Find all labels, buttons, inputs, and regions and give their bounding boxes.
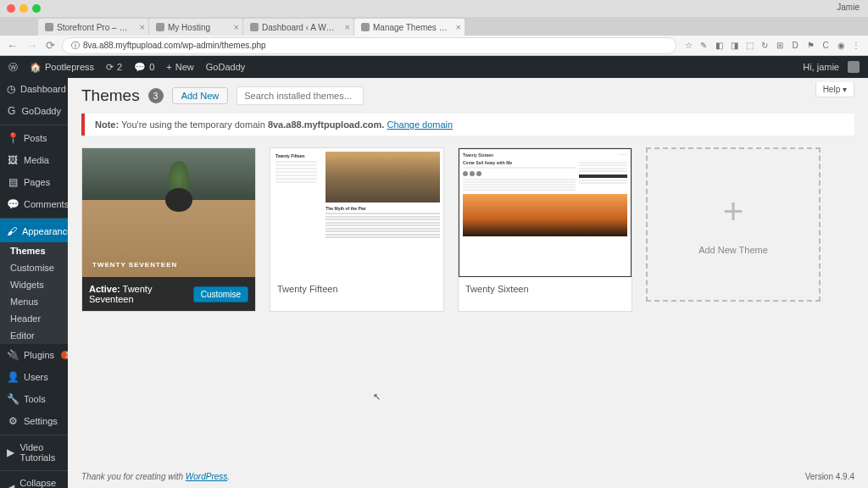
tab-strip: Storefront Pro – easily custom× My Hosti…: [0, 17, 868, 36]
page-title: Themes: [81, 86, 140, 105]
version-label: Version 4.9.4: [805, 472, 854, 481]
customise-button[interactable]: Customise: [193, 286, 248, 302]
ext-icon[interactable]: C: [821, 41, 831, 51]
menu-icon[interactable]: ⋮: [851, 41, 861, 51]
browser-tab[interactable]: My Hosting×: [149, 19, 242, 36]
godaddy-link[interactable]: GoDaddy: [206, 62, 245, 72]
gear-icon: ⚙: [7, 415, 19, 427]
sidebar-item-godaddy[interactable]: GGoDaddy: [0, 100, 68, 122]
avatar[interactable]: [848, 61, 860, 73]
window-minimize[interactable]: [19, 4, 28, 13]
sidebar-item-users[interactable]: 👤Users: [0, 366, 68, 388]
ext-icon[interactable]: ✎: [698, 41, 709, 51]
comments-link[interactable]: 💬 0: [134, 62, 154, 73]
plus-icon: +: [723, 194, 744, 230]
theme-screenshot: TWENTY SEVENTEEN: [82, 148, 255, 277]
browser-tab[interactable]: Storefront Pro – easily custom×: [38, 19, 148, 36]
admin-footer: Thank you for creating with WordPress. V…: [68, 465, 868, 488]
video-icon: ▶: [7, 446, 14, 458]
address-bar[interactable]: ⓘ 8va.a88.myftpupload.com/wp-admin/theme…: [62, 37, 676, 54]
search-input[interactable]: [236, 86, 364, 105]
theme-screenshot: Twenty Fifteen The Myth of the Pier: [270, 148, 443, 277]
pages-icon: ▤: [7, 176, 19, 188]
browser-tab[interactable]: Dashboard ‹ A WordPress Sit×: [243, 19, 353, 36]
sidebar-item-posts[interactable]: 📍Posts: [0, 125, 68, 149]
pin-icon: 📍: [7, 132, 19, 144]
help-tab[interactable]: Help ▾: [815, 82, 854, 97]
plugins-icon: 🔌: [7, 349, 19, 361]
theme-card[interactable]: Twenty Sixteen— — — Come Sail Away with …: [458, 147, 632, 312]
info-icon: ⓘ: [71, 40, 80, 52]
wordpress-link[interactable]: WordPress: [186, 472, 227, 481]
admin-sidebar: ◷Dashboard GGoDaddy 📍Posts 🖼Media ▤Pages…: [0, 78, 68, 488]
close-icon[interactable]: ×: [140, 22, 145, 32]
sidebar-item-plugins[interactable]: 🔌Plugins3: [0, 344, 68, 366]
theme-screenshot: Twenty Sixteen— — — Come Sail Away with …: [459, 148, 632, 277]
dashboard-icon: ◷: [7, 83, 15, 95]
main-content: Help ▾ Themes 3 Add New Note: You're usi…: [68, 78, 868, 488]
collapse-icon: ◀: [7, 482, 14, 488]
updates-link[interactable]: ⟳ 2: [106, 62, 122, 73]
window-maximize[interactable]: [32, 4, 41, 13]
greeting[interactable]: Hi, jamie: [803, 62, 839, 72]
sidebar-collapse[interactable]: ◀Collapse menu: [0, 470, 68, 488]
add-theme-card[interactable]: + Add New Theme: [646, 147, 821, 302]
sidebar-item-pages[interactable]: ▤Pages: [0, 171, 68, 193]
add-new-button[interactable]: Add New: [172, 87, 229, 104]
close-icon[interactable]: ×: [456, 22, 461, 32]
godaddy-icon: G: [7, 105, 17, 117]
forward-icon[interactable]: →: [26, 39, 37, 52]
submenu-widgets[interactable]: Widgets: [0, 276, 68, 293]
change-domain-link[interactable]: Change domain: [387, 119, 453, 130]
browser-profile[interactable]: Jamie: [837, 3, 860, 12]
submenu-customise[interactable]: Customise: [0, 259, 68, 276]
ext-icon[interactable]: ◉: [836, 41, 846, 51]
submenu-themes[interactable]: Themes: [0, 242, 68, 259]
new-link[interactable]: + New: [166, 62, 193, 72]
ext-icon[interactable]: ⬚: [744, 41, 754, 51]
ext-icon[interactable]: D: [790, 41, 800, 51]
sidebar-item-tools[interactable]: 🔧Tools: [0, 388, 68, 410]
users-icon: 👤: [7, 371, 19, 383]
media-icon: 🖼: [7, 154, 19, 166]
theme-card[interactable]: Twenty Fifteen The Myth of the Pier Twen…: [270, 147, 444, 312]
comments-icon: 💬: [7, 198, 19, 210]
back-icon[interactable]: ←: [7, 39, 18, 52]
sidebar-item-dashboard[interactable]: ◷Dashboard: [0, 78, 68, 100]
sidebar-item-appearance[interactable]: 🖌Appearance: [0, 218, 68, 242]
browser-titlebar: Jamie: [0, 0, 868, 17]
site-link[interactable]: 🏠 Pootlepress: [30, 62, 94, 73]
close-icon[interactable]: ×: [234, 22, 239, 32]
wp-logo-icon[interactable]: ⓦ: [8, 61, 18, 74]
wp-admin-bar: ⓦ 🏠 Pootlepress ⟳ 2 💬 0 + New GoDaddy Hi…: [0, 56, 868, 78]
theme-card-active[interactable]: TWENTY SEVENTEEN Active: Twenty Seventee…: [81, 147, 256, 312]
notice-banner: Note: You're using the temporary domain …: [81, 114, 854, 136]
theme-name: Twenty Fifteen: [277, 284, 338, 294]
sidebar-item-media[interactable]: 🖼Media: [0, 149, 68, 171]
sidebar-item-comments[interactable]: 💬Comments: [0, 193, 68, 215]
submenu-menus[interactable]: Menus: [0, 293, 68, 310]
extension-icons: ☆ ✎ ◧ ◨ ⬚ ↻ ⊞ D ⚑ C ◉ ⋮: [683, 41, 861, 51]
cursor-icon: ↖: [373, 391, 381, 402]
ext-icon[interactable]: ⊞: [775, 41, 785, 51]
brush-icon: 🖌: [7, 225, 17, 237]
close-icon[interactable]: ×: [345, 22, 350, 32]
ext-icon[interactable]: ◧: [714, 41, 724, 51]
window-close[interactable]: [7, 4, 15, 13]
submenu-editor[interactable]: Editor: [0, 327, 68, 344]
theme-count: 3: [148, 88, 164, 103]
theme-name: Twenty Sixteen: [465, 284, 529, 294]
ext-icon[interactable]: ↻: [760, 41, 770, 51]
tools-icon: 🔧: [7, 393, 19, 405]
sidebar-item-video[interactable]: ▶Video Tutorials: [0, 435, 68, 468]
url-toolbar: ← → ⟳ ⓘ 8va.a88.myftpupload.com/wp-admin…: [0, 36, 868, 56]
theme-grid: TWENTY SEVENTEEN Active: Twenty Seventee…: [81, 147, 854, 312]
star-icon[interactable]: ☆: [683, 41, 693, 51]
ext-icon[interactable]: ⚑: [805, 41, 815, 51]
ext-icon[interactable]: ◨: [729, 41, 739, 51]
sidebar-item-settings[interactable]: ⚙Settings: [0, 410, 68, 432]
sidebar-submenu: Themes Customise Widgets Menus Header Ed…: [0, 242, 68, 344]
reload-icon[interactable]: ⟳: [46, 39, 55, 52]
browser-tab[interactable]: Manage Themes ‹ Pootlepress×: [354, 19, 465, 36]
submenu-header[interactable]: Header: [0, 310, 68, 327]
